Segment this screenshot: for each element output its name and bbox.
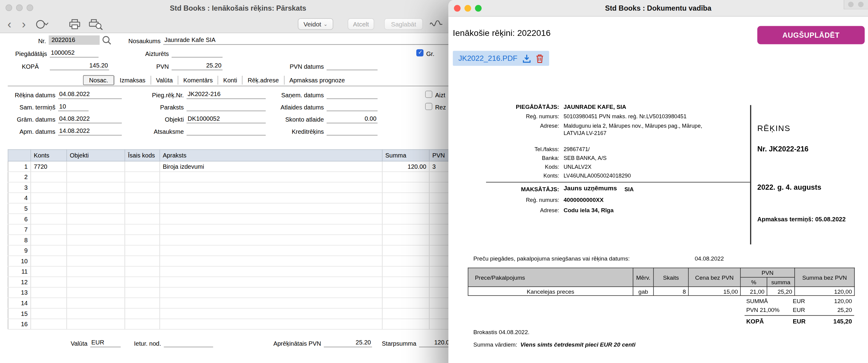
documents-titlebar[interactable]: Std Books : Dokumentu vadība	[448, 0, 868, 17]
grid-cell-summa[interactable]	[382, 319, 429, 330]
grid-cell-konts[interactable]	[31, 224, 67, 235]
grid-cell-konts[interactable]	[31, 182, 67, 193]
upload-button[interactable]: AUGŠUPLĀDĒT	[757, 26, 865, 44]
grid-cell-isais-kods[interactable]	[125, 172, 160, 183]
grid-cell-isais-kods[interactable]	[125, 319, 160, 330]
grid-cell-objekti[interactable]	[67, 193, 125, 203]
grid-cell-isais-kods[interactable]	[125, 214, 160, 224]
grid-cell-summa[interactable]	[382, 182, 429, 193]
skonto-atlaide-field[interactable]: 0.00	[327, 114, 377, 124]
objekti-field[interactable]: DK1000052	[187, 114, 266, 124]
pieg-rek-nr-field[interactable]: JK2022-216	[187, 90, 266, 99]
grid-cell-apraksts[interactable]	[160, 266, 382, 277]
minimize-button[interactable]	[464, 5, 471, 11]
grid-cell-summa[interactable]	[382, 287, 429, 298]
grid-cell-isais-kods[interactable]	[125, 287, 160, 298]
grid-cell-apraksts[interactable]	[160, 256, 382, 266]
grid-cell-rownum[interactable]: 9	[8, 245, 31, 256]
tab-valuta[interactable]: Valūta	[150, 75, 178, 84]
grid-cell-apraksts[interactable]	[160, 319, 382, 330]
rez-checkbox[interactable]	[425, 103, 432, 110]
tab-komentars[interactable]: Komentārs	[178, 75, 218, 84]
grid-cell-rownum[interactable]: 3	[8, 182, 31, 193]
grid-cell-summa[interactable]	[382, 308, 429, 319]
grid-cell-objekti[interactable]	[67, 172, 125, 183]
grid-cell-apraksts[interactable]	[160, 277, 382, 287]
grid-cell-isais-kods[interactable]	[125, 308, 160, 319]
grid-cell-rownum[interactable]: 7	[8, 224, 31, 235]
grid-cell-summa[interactable]	[382, 193, 429, 203]
grid-cell-summa[interactable]	[382, 266, 429, 277]
tab-konti[interactable]: Konti	[218, 75, 242, 84]
grid-cell-konts[interactable]	[31, 256, 67, 266]
grid-cell-summa[interactable]	[382, 235, 429, 245]
download-icon[interactable]	[522, 54, 530, 63]
grid-cell-rownum[interactable]: 2	[8, 172, 31, 183]
pvn-field[interactable]: 25.20	[172, 61, 222, 70]
paraksts-field[interactable]	[187, 102, 266, 111]
grid-cell-rownum[interactable]: 8	[8, 235, 31, 245]
atsauksme-field[interactable]	[187, 126, 266, 136]
grid-cell-konts[interactable]	[31, 287, 67, 298]
attachment-link[interactable]: JK2022_216.PDF	[458, 54, 517, 62]
search-icon[interactable]	[102, 35, 112, 46]
grid-cell-summa[interactable]	[382, 224, 429, 235]
gram-datums-field[interactable]: 04.08.2022	[58, 114, 122, 124]
grid-cell-apraksts[interactable]	[160, 298, 382, 308]
grid-cell-objekti[interactable]	[67, 298, 125, 308]
grid-cell-objekti[interactable]	[67, 203, 125, 214]
tab-izmaksas[interactable]: Izmaksas	[114, 75, 150, 84]
grid-cell-objekti[interactable]	[67, 182, 125, 193]
grid-cell-konts[interactable]	[31, 277, 67, 287]
grid-cell-apraksts[interactable]	[160, 235, 382, 245]
nr-field[interactable]: 2022016	[49, 35, 99, 45]
kreditrekins-field[interactable]	[327, 126, 377, 136]
grid-cell-apraksts[interactable]	[160, 224, 382, 235]
grid-cell-objekti[interactable]	[67, 287, 125, 298]
gr-checkbox[interactable]	[416, 49, 424, 57]
grid-cell-konts[interactable]	[31, 298, 67, 308]
grid-cell-isais-kods[interactable]	[125, 161, 160, 172]
apm-datums-field[interactable]: 14.08.2022	[58, 126, 122, 136]
grid-cell-rownum[interactable]: 5	[8, 203, 31, 214]
grid-cell-rownum[interactable]: 4	[8, 193, 31, 203]
grid-cell-konts[interactable]: 7720	[31, 161, 67, 172]
aprekinatais-pvn-field[interactable]: 25.20	[324, 338, 372, 347]
grid-cell-apraksts[interactable]	[160, 193, 382, 203]
grid-cell-apraksts[interactable]	[160, 245, 382, 256]
aizturets-field[interactable]	[172, 48, 222, 58]
grid-cell-objekti[interactable]	[67, 277, 125, 287]
grid-cell-isais-kods[interactable]	[125, 298, 160, 308]
grid-cell-isais-kods[interactable]	[125, 182, 160, 193]
pvn-datums-field[interactable]	[327, 61, 377, 70]
aizt-checkbox[interactable]	[425, 91, 432, 98]
attachment-item[interactable]: JK2022_216.PDF	[453, 51, 549, 66]
grid-cell-konts[interactable]	[31, 203, 67, 214]
grid-cell-apraksts[interactable]	[160, 203, 382, 214]
grid-cell-objekti[interactable]	[67, 245, 125, 256]
grid-cell-rownum[interactable]: 12	[8, 277, 31, 287]
grid-cell-summa[interactable]	[382, 172, 429, 183]
grid-cell-isais-kods[interactable]	[125, 245, 160, 256]
grid-cell-objekti[interactable]	[67, 161, 125, 172]
grid-cell-objekti[interactable]	[67, 256, 125, 266]
delete-icon[interactable]	[536, 54, 543, 63]
grid-cell-objekti[interactable]	[67, 266, 125, 277]
grid-cell-rownum[interactable]: 15	[8, 308, 31, 319]
tab-rek-adrese[interactable]: Rēķ.adrese	[242, 75, 284, 84]
grid-cell-summa[interactable]	[382, 277, 429, 287]
grid-cell-summa[interactable]	[382, 203, 429, 214]
grid-cell-konts[interactable]	[31, 172, 67, 183]
grid-cell-isais-kods[interactable]	[125, 256, 160, 266]
nosaukums-field[interactable]: Jaunrade Kafe SIA	[163, 35, 454, 45]
grid-cell-isais-kods[interactable]	[125, 266, 160, 277]
tab-nosac[interactable]: Nosac.	[83, 75, 114, 85]
grid-cell-isais-kods[interactable]	[125, 277, 160, 287]
grid-cell-rownum[interactable]: 1	[8, 161, 31, 172]
grid-cell-apraksts[interactable]	[160, 182, 382, 193]
grid-cell-summa[interactable]: 120.00	[382, 161, 429, 172]
grid-cell-objekti[interactable]	[67, 308, 125, 319]
grid-cell-isais-kods[interactable]	[125, 193, 160, 203]
grid-cell-isais-kods[interactable]	[125, 203, 160, 214]
grid-cell-rownum[interactable]: 11	[8, 266, 31, 277]
